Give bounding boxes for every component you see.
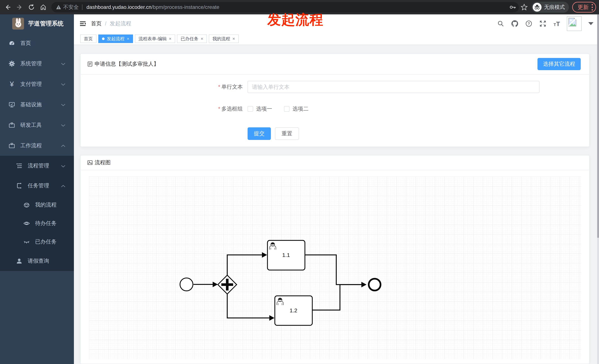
sidebar-item-done-tasks[interactable]: 已办任务 (0, 233, 74, 251)
tab-label: 首页 (84, 36, 93, 42)
sidebar-item-devtools[interactable]: 研发工具 (0, 115, 74, 135)
card-title-text: 申请信息【测试多审批人】 (95, 60, 159, 68)
checkbox-option-1[interactable]: 选项一 (247, 105, 272, 113)
chevron-down-icon (61, 163, 65, 169)
checkbox-label: 选项一 (256, 105, 272, 113)
broken-image-icon (568, 18, 576, 26)
search-icon[interactable] (497, 20, 505, 28)
sidebar-item-process-mgmt[interactable]: 流程管理 (0, 156, 74, 176)
page-annotation: 发起流程 (267, 11, 324, 29)
browser-forward-button[interactable] (14, 2, 25, 12)
toolbox-icon (8, 122, 16, 128)
flow-icon (16, 182, 23, 189)
user-task-node-1[interactable]: 1.1 (268, 240, 305, 270)
briefcase-icon (8, 142, 16, 149)
not-secure-warning-icon (56, 4, 61, 10)
close-icon[interactable]: × (127, 36, 129, 41)
checkbox-option-2[interactable]: 选项二 (284, 105, 308, 113)
tab-my-process[interactable]: 我的流程× (209, 34, 239, 43)
sidebar-item-label: 任务管理 (28, 182, 49, 189)
sidebar-item-todo-tasks[interactable]: 待办任务 (0, 214, 74, 233)
close-icon[interactable]: × (169, 36, 171, 41)
browser-reload-button[interactable] (26, 2, 36, 12)
sidebar-item-task-mgmt[interactable]: 任务管理 (0, 176, 74, 196)
urlbar-divider (82, 4, 82, 10)
sidebar-item-label: 已办任务 (35, 238, 57, 245)
checkbox-label: 选项二 (292, 105, 308, 113)
bpmn-canvas[interactable]: 1.1 1.2 (89, 177, 581, 359)
active-tab-dot-icon (102, 37, 105, 40)
close-icon[interactable]: × (201, 36, 203, 41)
arrowhead-icon (361, 282, 367, 288)
sequence-flow-gateway-task2 (227, 294, 270, 318)
fullscreen-icon[interactable] (539, 20, 547, 28)
sidebar-item-infra[interactable]: 基础设施 (0, 94, 74, 115)
user-avatar[interactable] (567, 16, 582, 31)
reload-icon (28, 3, 35, 11)
tab-label: 流程表单-编辑 (139, 36, 167, 42)
password-key-icon[interactable] (509, 3, 517, 11)
submit-button[interactable]: 提交 (247, 127, 271, 140)
end-event-node[interactable] (369, 279, 381, 290)
svg-text:T: T (554, 22, 556, 27)
required-asterisk: * (218, 106, 220, 112)
sidebar-item-workflow[interactable]: 工作流程 (0, 135, 74, 156)
tab-form-edit[interactable]: 流程表单-编辑× (135, 34, 175, 43)
tab-label: 已办任务 (181, 36, 198, 42)
button-label: 重置 (282, 130, 292, 137)
browser-update-button[interactable]: 更新 (572, 2, 596, 13)
user-task-node-2[interactable]: 1.2 (275, 296, 312, 325)
sequence-flow-task1-end (305, 255, 362, 285)
font-size-icon[interactable]: TT (553, 20, 561, 28)
sidebar-item-my-process[interactable]: 我的流程 (0, 196, 74, 214)
hamburger-icon (79, 20, 87, 27)
app-logo-row[interactable]: 芋道管理系统 (0, 14, 74, 33)
monitor-icon (8, 101, 16, 108)
close-icon[interactable]: × (232, 36, 235, 41)
sidebar-item-label: 基础设施 (20, 101, 42, 108)
incognito-label: 无痕模式 (544, 4, 565, 11)
checkbox-group: 选项一 选项二 (247, 105, 308, 113)
sidebar-item-payment[interactable]: ¥ 支付管理 (0, 74, 74, 94)
sidebar-item-label: 系统管理 (20, 60, 42, 67)
url-host: dashboard.yudao.iocoder.cn (87, 4, 151, 10)
browser-menu-icon[interactable] (592, 4, 593, 10)
single-text-input[interactable] (247, 81, 539, 93)
reset-button[interactable]: 重置 (275, 127, 299, 140)
sidebar-item-label: 支付管理 (20, 80, 42, 88)
browser-home-button[interactable] (38, 2, 48, 12)
tab-create-process[interactable]: 发起流程× (98, 34, 133, 43)
tab-done-tasks[interactable]: 已办任务× (177, 34, 207, 43)
sidebar-item-system[interactable]: 系统管理 (0, 53, 74, 74)
breadcrumb: 首页 / 发起流程 (91, 20, 131, 27)
page-content: 申请信息【测试多审批人】 选择其它流程 *单行文本 *多选框组 选项一 选项二 (74, 45, 599, 364)
start-event-node[interactable] (180, 278, 193, 291)
workflow-submenu: 流程管理 任务管理 我的流程 待办任务 已办任务 请假 (0, 156, 74, 271)
help-icon[interactable]: ? (525, 20, 533, 28)
avatar-dropdown-caret[interactable] (588, 22, 593, 25)
page-scrollbar[interactable] (597, 14, 599, 364)
browser-back-button[interactable] (3, 2, 13, 12)
sidebar-item-home[interactable]: 首页 (0, 33, 74, 53)
parallel-gateway-node[interactable] (218, 275, 237, 294)
chevron-down-icon (61, 60, 65, 67)
checkbox-icon[interactable] (247, 106, 253, 112)
scrollbar-thumb[interactable] (597, 14, 599, 238)
task-label: 1.1 (282, 252, 290, 258)
github-icon[interactable] (511, 20, 519, 28)
sidebar-item-leave-query[interactable]: 请假查询 (0, 251, 74, 271)
chevron-up-icon (61, 183, 65, 189)
arrowhead-icon (262, 252, 267, 258)
sidebar: 芋道管理系统 首页 系统管理 ¥ 支付管理 基础设施 研发工具 工作 (0, 14, 74, 364)
tab-label: 发起流程 (107, 36, 124, 42)
sidebar-collapse-button[interactable] (79, 20, 87, 28)
tab-home[interactable]: 首页 (80, 34, 97, 43)
button-label: 选择其它流程 (543, 60, 575, 68)
sidebar-item-label: 研发工具 (20, 121, 42, 129)
breadcrumb-home[interactable]: 首页 (91, 20, 102, 27)
checkbox-icon[interactable] (284, 106, 290, 112)
bookmark-star-icon[interactable] (520, 3, 528, 11)
security-label: 不安全 (63, 4, 79, 11)
select-other-process-button[interactable]: 选择其它流程 (537, 58, 581, 70)
button-label: 提交 (254, 130, 264, 137)
